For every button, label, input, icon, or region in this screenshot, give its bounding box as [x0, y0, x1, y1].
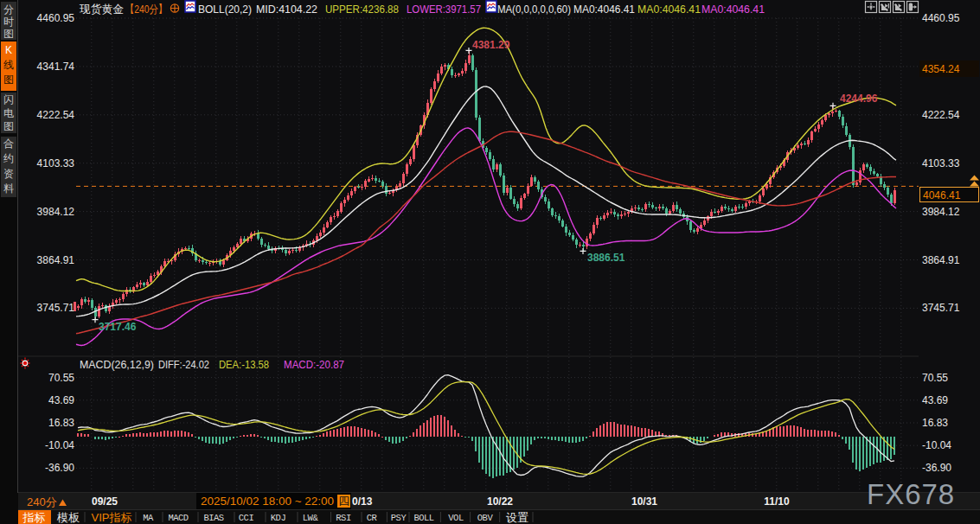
svg-text:BOLL: BOLL — [413, 513, 433, 523]
svg-text:现货黄金: 现货黄金 — [79, 3, 124, 16]
svg-text:图: 图 — [3, 28, 14, 40]
svg-text:4103.33: 4103.33 — [922, 157, 960, 169]
svg-text:UPPER:4236.88: UPPER:4236.88 — [325, 3, 399, 16]
svg-text:MACD(26,12,9): MACD(26,12,9) — [80, 358, 154, 371]
svg-text:资: 资 — [3, 168, 14, 180]
svg-text:料: 料 — [3, 182, 14, 195]
svg-text:4460.95: 4460.95 — [922, 12, 960, 24]
svg-text:DEA:-13.58: DEA:-13.58 — [219, 358, 269, 371]
svg-text:OBV: OBV — [477, 513, 494, 523]
svg-text:时: 时 — [3, 16, 14, 28]
svg-text:4341.74: 4341.74 — [37, 61, 75, 73]
svg-text:MA0:4046.41: MA0:4046.41 — [637, 3, 701, 16]
svg-text:11/10: 11/10 — [764, 495, 790, 508]
svg-text:MA: MA — [143, 513, 154, 523]
svg-text:CCI: CCI — [239, 513, 254, 523]
svg-text:闪: 闪 — [3, 93, 14, 105]
svg-text:-10.04: -10.04 — [45, 439, 74, 451]
svg-text:4381.29: 4381.29 — [472, 39, 510, 51]
svg-text:4244.96: 4244.96 — [840, 93, 878, 105]
svg-text:VOL: VOL — [448, 513, 464, 523]
svg-text:图: 图 — [3, 120, 14, 132]
svg-text:4222.54: 4222.54 — [37, 109, 75, 121]
svg-text:3864.91: 3864.91 — [922, 254, 960, 266]
svg-text:3745.71: 3745.71 — [37, 302, 75, 314]
svg-text:图: 图 — [3, 73, 14, 86]
svg-text:MA(0,0,0,0,0,60): MA(0,0,0,0,0,60) — [497, 3, 571, 16]
svg-text:DIFF:-24.02: DIFF:-24.02 — [158, 358, 209, 371]
svg-text:BOLL(20,2): BOLL(20,2) — [198, 3, 252, 16]
svg-text:模板: 模板 — [56, 511, 80, 524]
svg-text:0/13: 0/13 — [352, 495, 373, 508]
svg-text:3864.91: 3864.91 — [37, 254, 75, 266]
svg-text:设置: 设置 — [506, 511, 528, 524]
svg-text:-36.90: -36.90 — [45, 462, 74, 474]
svg-text:3886.51: 3886.51 — [587, 252, 625, 264]
svg-text:线: 线 — [3, 59, 14, 71]
svg-text:电: 电 — [3, 107, 14, 119]
svg-text:FX678: FX678 — [867, 478, 955, 510]
svg-text:MA0:4046.41: MA0:4046.41 — [701, 3, 765, 16]
svg-text:09/25: 09/25 — [92, 495, 118, 508]
svg-text:指标: 指标 — [22, 511, 46, 524]
svg-text:4103.33: 4103.33 — [37, 157, 75, 169]
svg-text:KDJ: KDJ — [271, 513, 286, 523]
svg-text:10/22: 10/22 — [487, 495, 513, 508]
svg-text:-10.04: -10.04 — [922, 439, 951, 451]
svg-text:3717.46: 3717.46 — [99, 321, 137, 333]
svg-text:16.83: 16.83 — [922, 417, 948, 429]
svg-text:43.69: 43.69 — [922, 394, 948, 406]
svg-text:CR: CR — [367, 513, 378, 523]
svg-text:-36.90: -36.90 — [922, 462, 951, 474]
svg-text:PSY: PSY — [391, 513, 407, 523]
svg-text:MA0:4046.41: MA0:4046.41 — [573, 3, 635, 16]
svg-text:240分: 240分 — [27, 495, 57, 508]
svg-text:分: 分 — [3, 3, 14, 16]
svg-text:K: K — [5, 44, 12, 56]
svg-text:4222.54: 4222.54 — [922, 109, 960, 121]
svg-text:2025/10/02 18:00 ~ 22:00: 2025/10/02 18:00 ~ 22:00 — [201, 495, 334, 508]
svg-text:MACD: MACD — [168, 513, 188, 523]
svg-text:MID:4104.22: MID:4104.22 — [256, 3, 317, 16]
svg-text:4046.41: 4046.41 — [923, 189, 961, 201]
svg-text:10/31: 10/31 — [631, 495, 657, 508]
svg-text:70.55: 70.55 — [48, 372, 74, 384]
svg-text:16.83: 16.83 — [48, 417, 74, 429]
svg-text:70.55: 70.55 — [922, 372, 948, 384]
svg-text:3745.71: 3745.71 — [922, 302, 960, 314]
svg-text:合: 合 — [3, 137, 14, 150]
svg-text:43.69: 43.69 — [48, 394, 74, 406]
svg-text:RSI: RSI — [336, 513, 351, 523]
svg-text:LW&: LW& — [303, 513, 319, 523]
svg-text:LOWER:3971.57: LOWER:3971.57 — [407, 3, 481, 16]
svg-text:MACD:-20.87: MACD:-20.87 — [284, 358, 344, 371]
svg-text:【240分】: 【240分】 — [125, 3, 167, 16]
svg-text:3984.12: 3984.12 — [37, 206, 75, 218]
svg-text:4354.24: 4354.24 — [922, 63, 960, 75]
svg-text:四: 四 — [338, 495, 349, 508]
svg-text:4460.95: 4460.95 — [37, 12, 75, 24]
svg-text:约: 约 — [3, 152, 14, 164]
svg-text:VIP指标: VIP指标 — [92, 511, 132, 524]
svg-text:BIAS: BIAS — [203, 513, 223, 523]
svg-text:3984.12: 3984.12 — [922, 206, 960, 218]
